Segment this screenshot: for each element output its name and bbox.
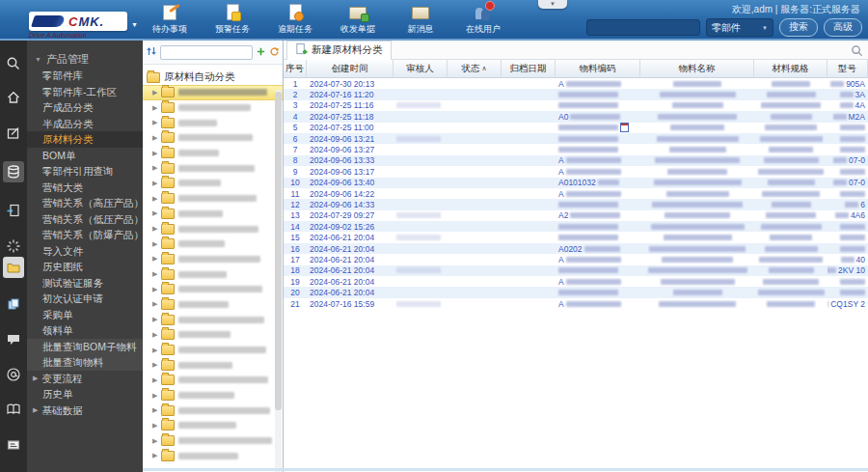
- sidebar-item-零部件引用查询[interactable]: 零部件引用查询: [27, 163, 143, 180]
- tree-item[interactable]: ▶: [143, 191, 283, 207]
- table-row[interactable]: 122024-09-06 14:336: [284, 199, 868, 209]
- sidebar-item-历史单[interactable]: 历史单: [27, 386, 143, 403]
- home-icon[interactable]: [3, 87, 24, 108]
- table-row[interactable]: 192024-06-21 20:04A: [284, 276, 868, 287]
- tree-item[interactable]: ▶: [143, 221, 283, 236]
- sidebar-item-零部件库[interactable]: 零部件库: [27, 68, 143, 84]
- file-import-icon[interactable]: [3, 200, 24, 221]
- tree-item[interactable]: ▶: [143, 343, 283, 358]
- column-header-创建时间[interactable]: 创建时间: [307, 60, 393, 77]
- tree-refresh-icon[interactable]: [269, 43, 280, 61]
- tree-item[interactable]: ▶: [143, 115, 283, 130]
- table-row[interactable]: 32024-07-25 11:164A: [284, 100, 868, 111]
- search-module-icon[interactable]: [3, 53, 24, 74]
- sidebar-section-product-mgmt[interactable]: ▼ 产品管理: [27, 50, 143, 68]
- global-search-input[interactable]: [586, 19, 700, 36]
- column-header-型号[interactable]: 型号: [827, 60, 868, 77]
- sidebar-item-历史图纸[interactable]: 历史图纸: [27, 259, 143, 275]
- table-row[interactable]: 202024-06-21 20:04: [284, 287, 868, 297]
- column-header-物料编码[interactable]: 物料编码: [556, 60, 640, 77]
- sidebar-item-半成品分类[interactable]: 半成品分类: [27, 116, 143, 132]
- table-row[interactable]: 212024-07-16 15:59ACQ1SY 2: [284, 298, 868, 309]
- table-row[interactable]: 172024-06-21 20:04A40: [284, 254, 868, 264]
- tree-item[interactable]: ▶: [143, 357, 283, 373]
- copy-pages-icon[interactable]: [3, 293, 24, 315]
- tree-item[interactable]: ▶: [143, 252, 283, 267]
- tree-item[interactable]: ▶: [143, 388, 283, 403]
- sidebar-item-测试验证服务[interactable]: 测试验证服务: [27, 275, 143, 292]
- edit-icon[interactable]: [3, 123, 24, 144]
- tree-item[interactable]: ▶: [143, 130, 283, 146]
- tree-item[interactable]: ▶: [143, 236, 283, 252]
- table-row[interactable]: 112024-09-06 14:22A: [284, 188, 868, 199]
- tree-item[interactable]: ▶: [143, 266, 283, 282]
- tree-add-icon[interactable]: [256, 43, 266, 61]
- column-header-审核人[interactable]: 审核人: [393, 60, 448, 77]
- toolbar-item[interactable]: 预警任务: [207, 4, 258, 36]
- grid-search-icon[interactable]: [851, 43, 863, 61]
- table-row[interactable]: 22024-07-16 11:203A: [284, 89, 868, 99]
- tree-item[interactable]: ▶: [143, 403, 283, 418]
- table-row[interactable]: 72024-09-06 13:27: [284, 144, 868, 154]
- tree-item[interactable]: ▶: [143, 146, 283, 161]
- tree-item[interactable]: ▶: [143, 282, 283, 297]
- column-header-归档日期[interactable]: 归档日期: [502, 60, 556, 77]
- database-icon[interactable]: [3, 161, 24, 182]
- sidebar-item-营销关系（低压产品）[interactable]: 营销关系（低压产品）: [27, 211, 143, 228]
- search-category-select[interactable]: 零部件 ▼: [706, 18, 773, 37]
- toolbar-item[interactable]: 收发单据: [333, 4, 383, 36]
- sidebar-item-零部件库-工作区[interactable]: 零部件库-工作区: [27, 84, 143, 100]
- tree-item[interactable]: ▶: [143, 207, 283, 222]
- table-row[interactable]: 162024-06-21 20:04A0202: [284, 243, 868, 254]
- tree-item[interactable]: ▶: [143, 418, 283, 433]
- tree-item[interactable]: ▶: [143, 100, 283, 116]
- at-icon[interactable]: [3, 364, 24, 385]
- scrollbar-thumb[interactable]: [275, 92, 282, 410]
- table-row[interactable]: 92024-09-06 13:17A: [284, 166, 868, 177]
- tree-item[interactable]: ▶: [143, 176, 283, 191]
- sidebar-item-营销关系（高压产品）[interactable]: 营销关系（高压产品）: [27, 195, 143, 211]
- tree-root-node[interactable]: 原材料自动分类: [143, 69, 283, 85]
- table-row[interactable]: 12024-07-30 20:13A905A: [284, 78, 868, 89]
- toolbar-item[interactable]: 待办事项: [145, 4, 195, 36]
- toolbar-item[interactable]: 逾期任务: [270, 4, 320, 36]
- spinner-icon[interactable]: [3, 236, 24, 257]
- sidebar-item-初次认证申请[interactable]: 初次认证申请: [27, 291, 143, 307]
- sidebar-item-产成品分类[interactable]: 产成品分类: [27, 99, 143, 116]
- sidebar-item-基础数据[interactable]: ▶基础数据: [27, 403, 143, 419]
- sidebar-item-采购单[interactable]: 采购单: [27, 307, 143, 323]
- sidebar-item-导入文件[interactable]: 导入文件: [27, 243, 143, 260]
- table-row[interactable]: 142024-09-02 15:26: [284, 221, 868, 232]
- tree-item[interactable]: ▶: [143, 85, 283, 100]
- search-button[interactable]: 搜索: [779, 18, 818, 37]
- tree-item[interactable]: ▶: [143, 449, 283, 464]
- sidebar-item-领料单[interactable]: 领料单: [27, 322, 143, 339]
- tree-item[interactable]: ▶: [143, 373, 283, 388]
- column-header-材料规格[interactable]: 材料规格: [754, 60, 827, 77]
- column-header-状态[interactable]: 状态∧: [448, 60, 502, 77]
- folder-module-icon[interactable]: [3, 257, 24, 278]
- table-row[interactable]: 62024-09-06 13:21: [284, 133, 868, 144]
- tree-item[interactable]: ▶: [143, 327, 283, 343]
- table-row[interactable]: 102024-09-06 13:40A010103207-0: [284, 178, 868, 188]
- chat-icon[interactable]: [3, 328, 24, 349]
- sidebar-item-BOM单[interactable]: BOM单: [27, 148, 143, 164]
- tree-item[interactable]: ▶: [143, 160, 283, 176]
- tree-scrollbar[interactable]: ▼: [275, 90, 282, 472]
- table-row[interactable]: 82024-09-06 13:33A07-0: [284, 155, 868, 166]
- tree-item[interactable]: ▶: [143, 312, 283, 327]
- table-row[interactable]: 52024-07-25 11:00: [284, 123, 868, 133]
- sort-icon[interactable]: [146, 43, 157, 61]
- sidebar-item-变更流程[interactable]: ▶变更流程: [27, 371, 143, 387]
- sidebar-item-原材料分类[interactable]: 原材料分类: [27, 131, 143, 148]
- collapse-handle[interactable]: ▼: [538, 0, 567, 9]
- table-row[interactable]: 182024-06-21 20:042KV 10: [284, 265, 868, 276]
- column-header-序号[interactable]: 序号: [284, 60, 307, 77]
- tree-item[interactable]: ▶: [143, 297, 283, 313]
- toolbar-item[interactable]: 新消息: [395, 4, 446, 36]
- card-icon[interactable]: [3, 434, 24, 456]
- sidebar-item-批量查询物料[interactable]: 批量查询物料: [27, 354, 143, 371]
- advanced-button[interactable]: 高级: [824, 18, 862, 37]
- tree-item[interactable]: ▶: [143, 433, 283, 449]
- book-icon[interactable]: [3, 399, 24, 420]
